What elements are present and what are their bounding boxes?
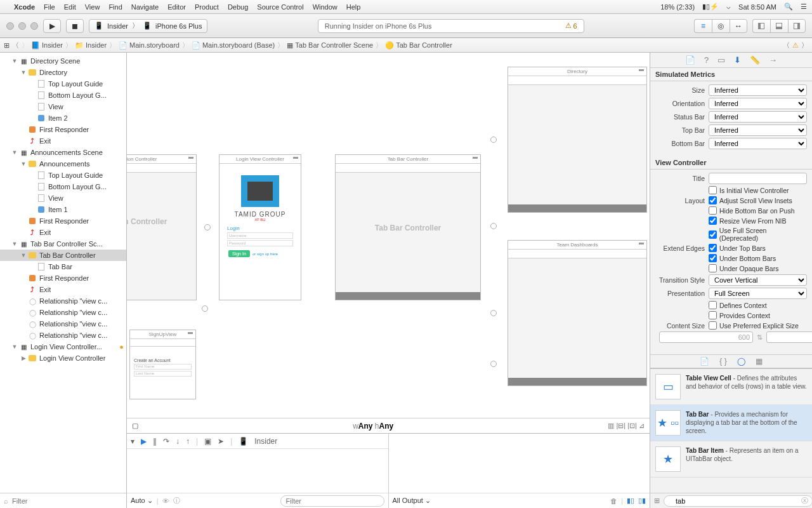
defines-context-checkbox[interactable] (709, 301, 717, 309)
orientation-select[interactable]: Inferred (709, 98, 807, 109)
outline-row[interactable]: Tab Bar (0, 261, 126, 272)
connections-inspector-tab-icon[interactable]: → (769, 55, 777, 65)
minimize-button[interactable] (18, 22, 26, 30)
file-inspector-tab-icon[interactable]: 📄 (685, 55, 695, 65)
next-issue-button[interactable]: 〉 (801, 41, 808, 50)
outline-row[interactable]: ⤴Exit (0, 135, 126, 147)
outline-row[interactable]: Top Layout Guide (0, 78, 126, 90)
outline-row[interactable]: Bottom Layout G... (0, 181, 126, 192)
menu-find[interactable]: Find (108, 3, 122, 11)
menu-window[interactable]: Window (313, 3, 337, 11)
app-name[interactable]: Xcode (14, 3, 35, 11)
issue-icon[interactable]: ⚠ (792, 41, 799, 50)
outline-row[interactable]: View (0, 101, 126, 112)
tab-bar-controller-scene[interactable]: Tab Bar Controller Tab Bar Controller (335, 154, 481, 300)
adjust-insets-checkbox[interactable] (709, 196, 717, 204)
outline-row[interactable]: ▼▦Announcements Scene (0, 147, 126, 158)
library-item[interactable]: ▭Table View Cell - Defines the attribute… (650, 369, 812, 405)
clear-filter-icon[interactable]: ⓧ (801, 496, 808, 505)
outline-row[interactable]: First Responder (0, 215, 126, 227)
toggle-utilities-button[interactable] (788, 19, 806, 33)
document-outline[interactable]: ▼▦Directory Scene▼DirectoryTop Layout Gu… (0, 53, 126, 493)
step-into-button[interactable]: ↓ (176, 437, 180, 446)
outline-row[interactable]: Item 1 (0, 204, 126, 215)
toggle-left-pane-icon[interactable]: ▮▯ (627, 497, 634, 505)
library-item[interactable]: ★Tab Bar Item - Represents an item on a … (650, 441, 812, 478)
outline-row[interactable]: ⤴Exit (0, 284, 126, 295)
outline-row[interactable]: ⤴Exit (0, 227, 126, 238)
crumb-group[interactable]: 📁 Insider (75, 41, 107, 50)
toggle-right-pane-icon[interactable]: ▯▮ (638, 497, 646, 505)
menu-product[interactable]: Product (195, 3, 219, 11)
team-dashboards-scene[interactable]: Team Dashboards (508, 240, 647, 386)
quicklook-icon[interactable]: 👁 (162, 497, 169, 505)
stop-button[interactable]: ◼ (66, 19, 84, 33)
under-top-checkbox[interactable] (709, 244, 717, 252)
crumb-storyboard[interactable]: 📄 Main.storyboard (119, 41, 180, 50)
under-bottom-checkbox[interactable] (709, 254, 717, 262)
close-button[interactable] (6, 22, 14, 30)
signin-button[interactable]: Sign In (228, 250, 250, 257)
step-over-button[interactable]: ↷ (163, 437, 169, 446)
output-mode-select[interactable]: All Output ⌄ (393, 497, 431, 505)
segue-1[interactable] (490, 137, 497, 143)
menu-file[interactable]: File (44, 3, 55, 11)
crumb-base[interactable]: 📄 Main.storyboard (Base) (192, 41, 275, 50)
hide-debug-icon[interactable]: ▾ (131, 437, 134, 446)
related-items-icon[interactable]: ⊞ (4, 41, 10, 50)
menu-debug[interactable]: Debug (228, 3, 248, 11)
library-list[interactable]: ▭Table View Cell - Defines the attribute… (650, 369, 812, 493)
forward-button[interactable]: 〉 (22, 41, 29, 50)
segue-login[interactable] (202, 305, 208, 312)
attributes-inspector-tab-icon[interactable]: ⬇ (734, 55, 741, 65)
size-class-control[interactable]: wAny hAny (353, 422, 393, 431)
pause-button[interactable]: ‖ (153, 437, 157, 446)
simulate-location-icon[interactable]: ➤ (218, 437, 224, 446)
clock[interactable]: Sat 8:50 AM (738, 3, 776, 11)
initial-vc-checkbox[interactable] (709, 186, 717, 194)
outline-row[interactable]: ◯Relationship "view c... (0, 307, 126, 318)
hide-bottom-checkbox[interactable] (709, 206, 717, 215)
outline-row[interactable]: ◯Relationship "view c... (0, 318, 126, 330)
segue-3[interactable] (490, 310, 497, 316)
process-name[interactable]: Insider (254, 437, 277, 446)
password-field[interactable]: Password (227, 240, 293, 246)
step-out-button[interactable]: ↑ (186, 437, 190, 446)
print-description-icon[interactable]: ⓘ (173, 496, 180, 505)
toggle-navigator-button[interactable] (752, 19, 770, 33)
outline-row[interactable]: First Responder (0, 124, 126, 135)
prev-issue-button[interactable]: 〈 (783, 41, 790, 50)
crumb-project[interactable]: 📘 Insider (31, 41, 63, 50)
outline-row[interactable]: ▼Directory (0, 67, 126, 78)
media-library-icon[interactable]: ▦ (756, 357, 763, 366)
title-input[interactable] (709, 173, 807, 184)
object-library-icon[interactable]: ◯ (737, 357, 745, 366)
outline-row[interactable]: Item 2 (0, 112, 126, 124)
resize-nib-checkbox[interactable] (709, 217, 717, 225)
auto-scope-select[interactable]: Auto ⌄ (131, 497, 153, 505)
outline-row[interactable]: ▼▦Tab Bar Controller Sc... (0, 238, 126, 250)
fullscreen-checkbox[interactable] (709, 231, 717, 239)
bottombar-select[interactable]: Inferred (709, 138, 807, 149)
transition-select[interactable]: Cover Vertical (709, 274, 807, 286)
library-item[interactable]: ★ ▫▫Tab Bar - Provides a mechanism for d… (650, 405, 812, 441)
outline-row[interactable]: ▼▦Login View Controller...● (0, 341, 126, 352)
username-field[interactable]: Username (227, 232, 293, 239)
quick-help-tab-icon[interactable]: ? (704, 55, 709, 65)
tab-bar[interactable] (336, 292, 480, 300)
menu-edit[interactable]: Edit (64, 3, 76, 11)
navigator-filter-input[interactable] (12, 497, 122, 505)
signup-view-scene[interactable]: SignUpView Create an Account First Name … (129, 330, 196, 399)
warning-badge[interactable]: ⚠ 6 (565, 22, 577, 30)
outline-row[interactable]: ◯Relationship "view c... (0, 295, 126, 307)
segue-nav[interactable] (204, 224, 211, 231)
firstname-field[interactable]: First Name (134, 364, 192, 370)
spotlight-icon[interactable]: 🔍 (784, 3, 793, 11)
storyboard-canvas[interactable]: Navigation Controller vigation Controlle… (127, 53, 650, 418)
outline-row[interactable]: ▼▦Directory Scene (0, 55, 126, 67)
lastname-field[interactable]: Last Name (134, 371, 192, 377)
scheme-selector[interactable]: 📱 Insider 〉 📱 iPhone 6s Plus (89, 19, 207, 33)
provides-context-checkbox[interactable] (709, 311, 717, 319)
debug-view-hierarchy-icon[interactable]: ▣ (204, 437, 211, 446)
menu-help[interactable]: Help (346, 3, 361, 11)
